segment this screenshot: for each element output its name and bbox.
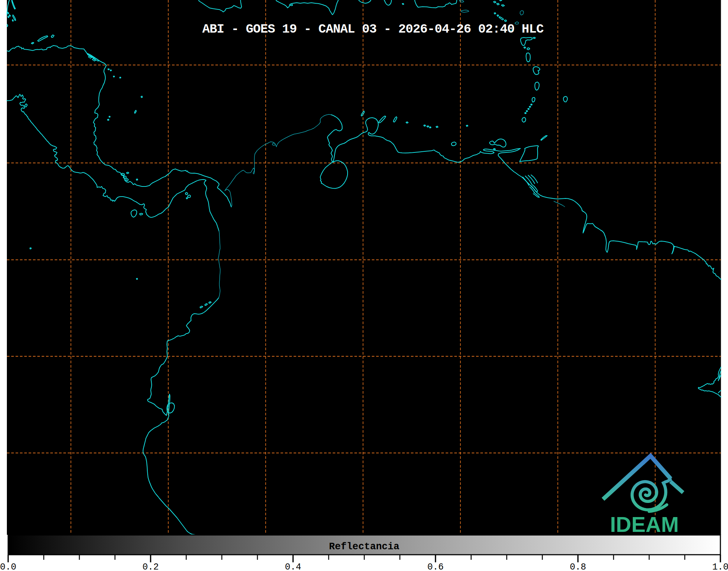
svg-text:Reflectancia: Reflectancia — [329, 541, 399, 552]
svg-text:IDEAM: IDEAM — [610, 513, 679, 537]
svg-text:0.6: 0.6 — [427, 562, 443, 571]
svg-text:0.4: 0.4 — [285, 562, 301, 571]
svg-text:ABI - GOES 19 - CANAL 03 - 202: ABI - GOES 19 - CANAL 03 - 2026-04-26 02… — [202, 22, 544, 37]
svg-text:0.0: 0.0 — [0, 562, 16, 571]
svg-text:0.8: 0.8 — [570, 562, 586, 571]
svg-text:1.0: 1.0 — [712, 562, 728, 571]
svg-text:0.2: 0.2 — [142, 562, 159, 571]
